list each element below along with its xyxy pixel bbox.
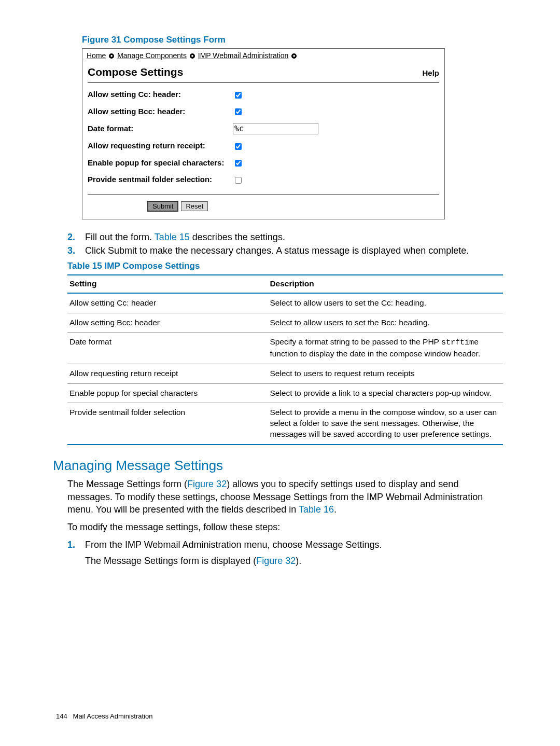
cell-description: Select to allow users to set the Cc: hea…	[268, 293, 503, 313]
cell-description: Select to users to request return receip…	[268, 364, 503, 383]
step-text: Click Submit to make the necessary chang…	[85, 244, 469, 257]
step-number: 3.	[67, 244, 85, 257]
page-number: 144	[56, 712, 67, 720]
section-heading: Managing Message Settings	[53, 457, 503, 475]
reset-button[interactable]: Reset	[181, 201, 208, 211]
footer-title: Mail Access Administration	[73, 712, 153, 720]
table-row: Allow requesting return receipt Select t…	[67, 364, 503, 383]
panel-title: Compose Settings	[88, 65, 183, 79]
table-15-link[interactable]: Table 15	[155, 232, 190, 242]
cell-setting: Enable popup for special characters	[67, 383, 268, 403]
bullet-icon: ●	[109, 53, 114, 59]
label-sentmail: Provide sentmail folder selection:	[88, 174, 233, 185]
text: .	[334, 504, 337, 515]
label-popup: Enable popup for special characters:	[88, 158, 233, 168]
step-number: 1.	[67, 538, 85, 567]
text: ).	[296, 556, 301, 566]
breadcrumb-home[interactable]: Home	[87, 51, 106, 60]
breadcrumb-imp[interactable]: IMP Webmail Administration	[198, 51, 289, 60]
submit-button[interactable]: Submit	[147, 201, 178, 212]
label-return-receipt: Allow requesting return receipt:	[88, 141, 233, 151]
cell-setting: Allow requesting return receipt	[67, 364, 268, 383]
label-date-format: Date format:	[88, 123, 233, 134]
table-row: Enable popup for special characters Sele…	[67, 383, 503, 403]
step-text-prefix: Fill out the form.	[85, 232, 155, 242]
cell-setting: Allow setting Bcc: header	[67, 313, 268, 333]
label-bcc: Allow setting Bcc: header:	[88, 106, 233, 117]
table-row: Allow setting Cc: header Select to allow…	[67, 293, 503, 313]
checkbox-sentmail[interactable]	[235, 177, 242, 184]
page-footer: 144 Mail Access Administration	[56, 712, 152, 721]
desc-pre: Specify a format string to be passed to …	[270, 337, 441, 346]
table-caption: Table 15 IMP Compose Settings	[67, 260, 503, 272]
divider	[88, 82, 439, 83]
figure-caption: Figure 31 Compose Settings Form	[82, 34, 503, 46]
bullet-icon: ●	[190, 53, 195, 59]
divider	[88, 195, 439, 195]
step-text-suffix: describes the settings.	[190, 232, 285, 242]
figure-32-link[interactable]: Figure 32	[187, 479, 227, 489]
cell-setting: Date format	[67, 333, 268, 364]
table-row: Allow setting Bcc: header Select to allo…	[67, 313, 503, 333]
paragraph: The Message Settings form (Figure 32) al…	[67, 478, 503, 516]
steps-list: 2. Fill out the form. Table 15 describes…	[67, 231, 503, 257]
steps-list-2: 1. From the IMP Webmail Administration m…	[67, 538, 503, 567]
bullet-icon: ●	[291, 53, 297, 59]
checkbox-return-receipt[interactable]	[235, 143, 242, 150]
label-cc: Allow setting Cc: header:	[88, 89, 233, 100]
text: The Message Settings form is displayed (	[85, 556, 256, 566]
desc-post: function to display the date in the comp…	[270, 349, 480, 358]
text: The Message Settings form (	[67, 479, 187, 489]
step-text: Fill out the form. Table 15 describes th…	[85, 231, 285, 243]
step-line: The Message Settings form is displayed (…	[85, 555, 382, 567]
cell-description: Select to allow users to set the Bcc: he…	[268, 313, 503, 333]
input-date-format[interactable]	[233, 123, 318, 134]
th-setting: Setting	[67, 275, 268, 293]
paragraph: To modify the message settings, follow t…	[67, 521, 503, 533]
th-description: Description	[268, 275, 503, 293]
table-row: Provide sentmail folder selection Select…	[67, 403, 503, 445]
cell-description: Specify a format string to be passed to …	[268, 333, 503, 364]
help-link[interactable]: Help	[422, 68, 439, 78]
step-number: 2.	[67, 231, 85, 243]
step-text: From the IMP Webmail Administration menu…	[85, 538, 382, 567]
screenshot-compose-settings: Home ● Manage Components ● IMP Webmail A…	[82, 48, 445, 219]
checkbox-cc[interactable]	[235, 92, 242, 99]
checkbox-bcc[interactable]	[235, 108, 242, 115]
figure-32-link[interactable]: Figure 32	[256, 556, 296, 566]
breadcrumb-manage[interactable]: Manage Components	[117, 51, 187, 60]
settings-table: Setting Description Allow setting Cc: he…	[67, 274, 503, 446]
table-16-link[interactable]: Table 16	[299, 504, 334, 515]
table-row: Date format Specify a format string to b…	[67, 333, 503, 364]
cell-description: Select to provide a menu in the compose …	[268, 403, 503, 445]
breadcrumb: Home ● Manage Components ● IMP Webmail A…	[82, 49, 444, 61]
code-strftime: strftime	[441, 338, 479, 347]
cell-setting: Provide sentmail folder selection	[67, 403, 268, 445]
cell-setting: Allow setting Cc: header	[67, 293, 268, 313]
step-line: From the IMP Webmail Administration menu…	[85, 538, 382, 551]
checkbox-popup[interactable]	[235, 160, 242, 167]
cell-description: Select to provide a link to a special ch…	[268, 383, 503, 403]
